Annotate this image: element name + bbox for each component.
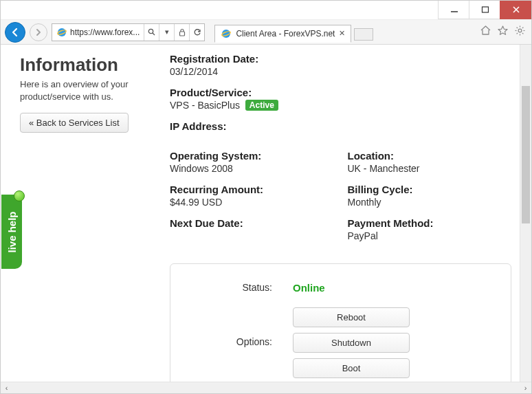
svg-rect-8	[179, 32, 184, 36]
product-name: VPS - BasicPlus	[170, 100, 240, 111]
status-value: Online	[293, 279, 325, 294]
field-label: Registration Date:	[170, 53, 511, 65]
back-to-services-button[interactable]: « Back to Services List	[20, 113, 129, 133]
nav-forward-button[interactable]	[30, 23, 47, 41]
window-titlebar	[1, 1, 531, 20]
options-label: Options:	[190, 307, 272, 347]
field-label: Next Due Date:	[170, 217, 334, 229]
field-payment-method: Payment Method: PayPal	[348, 217, 512, 241]
horizontal-scrollbar[interactable]: ‹ ›	[1, 382, 531, 393]
ie-logo-icon	[221, 28, 232, 39]
status-badge: Active	[245, 100, 278, 111]
svg-line-19	[517, 33, 518, 34]
svg-line-17	[522, 33, 523, 34]
svg-rect-1	[482, 7, 488, 12]
page-title: Information	[20, 54, 151, 76]
field-label: Location:	[348, 150, 512, 162]
scroll-left-arrow[interactable]: ‹	[1, 384, 12, 392]
field-value: VPS - BasicPlus Active	[170, 100, 511, 111]
address-bar[interactable]: https://www.forex... ▾	[52, 23, 205, 41]
address-dropdown-button[interactable]: ▾	[159, 24, 174, 41]
svg-line-7	[153, 33, 155, 35]
svg-line-16	[517, 28, 518, 28]
field-label: Operating System:	[170, 150, 334, 162]
page-viewport: live help Information Here is an overvie…	[1, 45, 531, 393]
info-sidebar: Information Here is an overview of your …	[20, 50, 151, 382]
address-url-text: https://www.forex...	[70, 28, 140, 37]
vertical-scrollbar[interactable]	[520, 45, 531, 382]
home-icon[interactable]	[480, 25, 491, 39]
window-minimize-button[interactable]	[438, 1, 469, 19]
ie-logo-icon	[56, 27, 67, 38]
tab-strip: Client Area - ForexVPS.net ✕	[214, 23, 476, 42]
field-next-due-date: Next Due Date:	[170, 217, 334, 229]
options-button-group: Reboot Shutdown Boot VNC	[293, 307, 410, 382]
window-close-button[interactable]	[500, 1, 531, 19]
field-value: $44.99 USD	[170, 197, 334, 208]
field-label: Recurring Amount:	[170, 184, 334, 195]
details-main: Registration Date: 03/12/2014 Product/Se…	[170, 50, 511, 382]
field-value: PayPal	[348, 230, 512, 241]
favorites-star-icon[interactable]	[497, 25, 509, 39]
toolbar-right-icons	[480, 25, 527, 39]
field-registration-date: Registration Date: 03/12/2014	[170, 53, 511, 77]
field-operating-system: Operating System: Windows 2008	[170, 150, 334, 174]
new-tab-button[interactable]	[354, 28, 373, 41]
page-content: Information Here is an overview of your …	[1, 45, 520, 382]
shutdown-button[interactable]: Shutdown	[293, 333, 410, 353]
svg-line-18	[522, 28, 523, 28]
search-dropdown-button[interactable]	[144, 24, 159, 41]
tools-gear-icon[interactable]	[514, 25, 526, 39]
boot-button[interactable]: Boot	[293, 358, 410, 378]
scroll-right-arrow[interactable]: ›	[520, 384, 531, 392]
browser-window: https://www.forex... ▾ Client Area - For…	[0, 0, 532, 394]
live-help-status-dot	[14, 190, 25, 201]
live-help-label: live help	[6, 211, 18, 252]
address-url[interactable]: https://www.forex...	[52, 24, 144, 41]
refresh-button[interactable]	[189, 24, 204, 41]
window-maximize-button[interactable]	[469, 1, 500, 19]
page-description: Here is an overview of your product/serv…	[20, 78, 151, 103]
security-lock-icon[interactable]	[174, 24, 189, 41]
field-value: UK - Manchester	[348, 163, 512, 174]
field-ip-address: IP Address:	[170, 120, 511, 132]
field-recurring-amount: Recurring Amount: $44.99 USD	[170, 184, 334, 208]
vertical-scroll-thumb[interactable]	[522, 86, 530, 223]
field-value: Windows 2008	[170, 163, 334, 174]
browser-toolbar: https://www.forex... ▾ Client Area - For…	[1, 20, 531, 45]
status-label: Status:	[190, 279, 272, 293]
nav-back-button[interactable]	[5, 22, 25, 43]
control-panel: Status: Online Options: Reboot Shutdown …	[170, 263, 511, 382]
svg-point-11	[518, 29, 522, 32]
svg-point-6	[148, 29, 153, 33]
field-label: Billing Cycle:	[348, 184, 512, 195]
field-billing-cycle: Billing Cycle: Monthly	[348, 184, 512, 208]
field-product-service: Product/Service: VPS - BasicPlus Active	[170, 87, 511, 111]
field-label: Product/Service:	[170, 87, 511, 98]
field-label: Payment Method:	[348, 217, 512, 229]
tab-close-button[interactable]: ✕	[339, 29, 345, 38]
tab-title: Client Area - ForexVPS.net	[236, 29, 335, 39]
reboot-button[interactable]: Reboot	[293, 307, 410, 327]
field-value: 03/12/2014	[170, 66, 511, 77]
browser-tab[interactable]: Client Area - ForexVPS.net ✕	[214, 25, 351, 43]
field-location: Location: UK - Manchester	[348, 150, 512, 174]
field-value: Monthly	[348, 197, 512, 208]
live-help-tab[interactable]: live help	[1, 195, 22, 269]
field-label: IP Address:	[170, 120, 511, 132]
